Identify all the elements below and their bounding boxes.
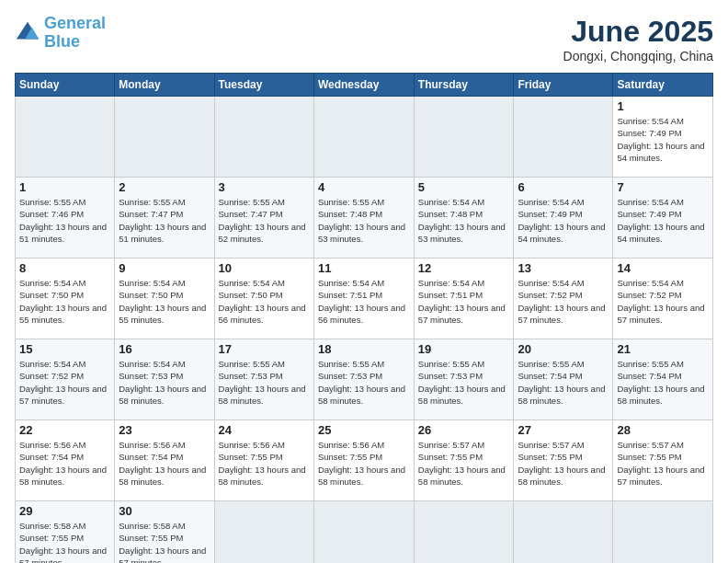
table-row: 26 Sunrise: 5:57 AMSunset: 7:55 PMDaylig…: [414, 420, 514, 501]
table-row: 1 Sunrise: 5:55 AMSunset: 7:46 PMDayligh…: [16, 178, 115, 259]
day-info: Sunrise: 5:54 AMSunset: 7:49 PMDaylight:…: [617, 197, 704, 244]
table-row: 23 Sunrise: 5:56 AMSunset: 7:54 PMDaylig…: [115, 420, 214, 501]
table-row: 7 Sunrise: 5:54 AMSunset: 7:49 PMDayligh…: [613, 178, 713, 259]
day-number: 6: [518, 180, 609, 194]
table-row: 12 Sunrise: 5:54 AMSunset: 7:51 PMDaylig…: [414, 259, 514, 339]
header-wednesday: Wednesday: [313, 74, 414, 97]
day-info: Sunrise: 5:54 AMSunset: 7:51 PMDaylight:…: [318, 278, 405, 325]
table-row: 18 Sunrise: 5:55 AMSunset: 7:53 PMDaylig…: [313, 339, 414, 420]
table-row: 21 Sunrise: 5:55 AMSunset: 7:54 PMDaylig…: [613, 339, 713, 420]
weekday-header-row: Sunday Monday Tuesday Wednesday Thursday…: [16, 74, 713, 97]
table-row: 2 Sunrise: 5:55 AMSunset: 7:47 PMDayligh…: [115, 178, 214, 259]
day-info: Sunrise: 5:56 AMSunset: 7:54 PMDaylight:…: [119, 440, 206, 487]
calendar-subtitle: Dongxi, Chongqing, China: [563, 49, 713, 63]
logo-line1: General: [44, 14, 106, 32]
day-number: 25: [318, 423, 410, 437]
table-row: 22 Sunrise: 5:56 AMSunset: 7:54 PMDaylig…: [16, 420, 115, 501]
day-info: Sunrise: 5:54 AMSunset: 7:49 PMDaylight:…: [518, 197, 605, 244]
table-row: 3 Sunrise: 5:55 AMSunset: 7:47 PMDayligh…: [214, 178, 313, 259]
header-friday: Friday: [514, 74, 613, 97]
day-info: Sunrise: 5:56 AMSunset: 7:55 PMDaylight:…: [318, 440, 405, 487]
day-info: Sunrise: 5:56 AMSunset: 7:55 PMDaylight:…: [219, 440, 306, 487]
table-row: [313, 97, 414, 178]
table-row: 11 Sunrise: 5:54 AMSunset: 7:51 PMDaylig…: [313, 259, 414, 339]
day-number: 9: [119, 261, 210, 275]
table-row: 9 Sunrise: 5:54 AMSunset: 7:50 PMDayligh…: [115, 259, 214, 339]
table-row: 14 Sunrise: 5:54 AMSunset: 7:52 PMDaylig…: [613, 259, 713, 339]
table-row: [214, 97, 313, 178]
logo-icon: [15, 20, 40, 46]
table-row: [313, 501, 414, 564]
day-number: 19: [418, 342, 510, 356]
table-row: [414, 97, 514, 178]
day-info: Sunrise: 5:54 AMSunset: 7:50 PMDaylight:…: [219, 278, 306, 325]
day-number: 16: [119, 342, 210, 356]
logo-text: General Blue: [44, 15, 106, 52]
header-thursday: Thursday: [414, 74, 514, 97]
day-info: Sunrise: 5:54 AMSunset: 7:52 PMDaylight:…: [617, 278, 704, 325]
day-number: 4: [318, 180, 410, 194]
day-number: 20: [518, 342, 609, 356]
day-info: Sunrise: 5:54 AMSunset: 7:48 PMDaylight:…: [418, 197, 506, 244]
table-row: 5 Sunrise: 5:54 AMSunset: 7:48 PMDayligh…: [414, 178, 514, 259]
table-row: 19 Sunrise: 5:55 AMSunset: 7:53 PMDaylig…: [414, 339, 514, 420]
day-number: 26: [418, 423, 510, 437]
day-info: Sunrise: 5:54 AMSunset: 7:49 PMDaylight:…: [617, 116, 704, 163]
table-row: 27 Sunrise: 5:57 AMSunset: 7:55 PMDaylig…: [514, 420, 613, 501]
day-number: 1: [19, 180, 110, 194]
table-row: [514, 501, 613, 564]
day-info: Sunrise: 5:55 AMSunset: 7:46 PMDaylight:…: [19, 197, 107, 244]
day-info: Sunrise: 5:54 AMSunset: 7:50 PMDaylight:…: [119, 278, 206, 325]
day-number: 12: [418, 261, 510, 275]
day-number: 5: [418, 180, 510, 194]
table-row: [214, 501, 313, 564]
day-info: Sunrise: 5:55 AMSunset: 7:48 PMDaylight:…: [318, 197, 405, 244]
header-sunday: Sunday: [16, 74, 115, 97]
table-row: 28 Sunrise: 5:57 AMSunset: 7:55 PMDaylig…: [613, 420, 713, 501]
table-row: [514, 97, 613, 178]
title-section: June 2025 Dongxi, Chongqing, China: [563, 15, 713, 63]
table-row: 13 Sunrise: 5:54 AMSunset: 7:52 PMDaylig…: [514, 259, 613, 339]
header-saturday: Saturday: [613, 74, 713, 97]
day-number: 11: [318, 261, 410, 275]
day-number: 7: [617, 180, 709, 194]
day-number: 17: [219, 342, 310, 356]
table-row: 17 Sunrise: 5:55 AMSunset: 7:53 PMDaylig…: [214, 339, 313, 420]
day-info: Sunrise: 5:57 AMSunset: 7:55 PMDaylight:…: [617, 440, 704, 487]
day-info: Sunrise: 5:55 AMSunset: 7:47 PMDaylight:…: [219, 197, 306, 244]
table-row: [115, 97, 214, 178]
day-number: 30: [119, 504, 210, 518]
day-number: 3: [219, 180, 310, 194]
day-number: 24: [219, 423, 310, 437]
day-number: 13: [518, 261, 609, 275]
day-number: 28: [617, 423, 709, 437]
day-info: Sunrise: 5:54 AMSunset: 7:51 PMDaylight:…: [418, 278, 506, 325]
header-monday: Monday: [115, 74, 214, 97]
header-tuesday: Tuesday: [214, 74, 313, 97]
logo: General Blue: [15, 15, 106, 52]
day-info: Sunrise: 5:57 AMSunset: 7:55 PMDaylight:…: [418, 440, 506, 487]
day-number: 23: [119, 423, 210, 437]
table-row: 20 Sunrise: 5:55 AMSunset: 7:54 PMDaylig…: [514, 339, 613, 420]
day-number: 8: [19, 261, 110, 275]
table-row: 4 Sunrise: 5:55 AMSunset: 7:48 PMDayligh…: [313, 178, 414, 259]
day-info: Sunrise: 5:55 AMSunset: 7:53 PMDaylight:…: [318, 359, 405, 406]
day-number: 1: [617, 99, 709, 113]
day-number: 10: [219, 261, 310, 275]
day-info: Sunrise: 5:55 AMSunset: 7:54 PMDaylight:…: [518, 359, 605, 406]
day-info: Sunrise: 5:56 AMSunset: 7:54 PMDaylight:…: [19, 440, 107, 487]
day-number: 27: [518, 423, 609, 437]
day-number: 29: [19, 504, 110, 518]
table-row: 15 Sunrise: 5:54 AMSunset: 7:52 PMDaylig…: [16, 339, 115, 420]
table-row: 29 Sunrise: 5:58 AMSunset: 7:55 PMDaylig…: [16, 501, 115, 564]
table-row: 10 Sunrise: 5:54 AMSunset: 7:50 PMDaylig…: [214, 259, 313, 339]
day-info: Sunrise: 5:55 AMSunset: 7:53 PMDaylight:…: [418, 359, 506, 406]
day-info: Sunrise: 5:55 AMSunset: 7:53 PMDaylight:…: [219, 359, 306, 406]
day-info: Sunrise: 5:54 AMSunset: 7:53 PMDaylight:…: [119, 359, 206, 406]
table-row: [613, 501, 713, 564]
day-number: 21: [617, 342, 709, 356]
day-info: Sunrise: 5:54 AMSunset: 7:50 PMDaylight:…: [19, 278, 107, 325]
table-row: 1 Sunrise: 5:54 AMSunset: 7:49 PMDayligh…: [613, 97, 713, 178]
day-info: Sunrise: 5:54 AMSunset: 7:52 PMDaylight:…: [518, 278, 605, 325]
table-row: 25 Sunrise: 5:56 AMSunset: 7:55 PMDaylig…: [313, 420, 414, 501]
